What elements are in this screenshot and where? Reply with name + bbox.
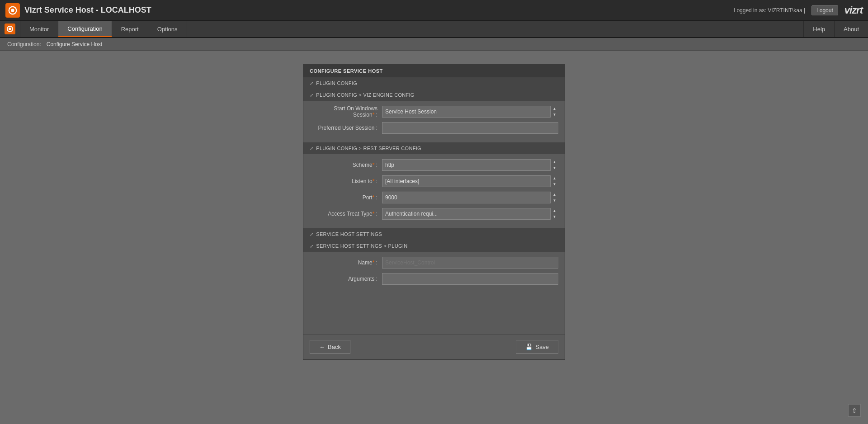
- scheme-up[interactable]: ▲: [551, 159, 558, 165]
- rest-server-form-body: Scheme* : http https ▲ ▼ Listen t: [303, 154, 565, 228]
- listen-to-row: Listen to* : [All interfaces] localhost …: [310, 175, 558, 188]
- access-down[interactable]: ▼: [551, 214, 558, 220]
- top-bar-right: Logged in as: VIZRTINT\kaa | Logout vizr…: [734, 5, 863, 16]
- scheme-select-wrapper: http https ▲ ▼: [382, 159, 558, 171]
- section-viz-engine-config[interactable]: ⤢ PLUGIN CONFIG > VIZ ENGINE CONFIG: [303, 89, 565, 101]
- section-plugin-config[interactable]: ⤢ PLUGIN CONFIG: [303, 77, 565, 89]
- nav-right-items: Help About: [803, 21, 868, 37]
- start-windows-session-row: Start On Windows Session* : Service Host…: [310, 105, 558, 118]
- listen-to-select[interactable]: [All interfaces] localhost: [382, 175, 558, 187]
- breadcrumb: Configuration: Configure Service Host: [0, 38, 868, 51]
- port-row: Port* : ▲ ▼: [310, 191, 558, 204]
- start-session-spinners: ▲ ▼: [550, 106, 558, 118]
- button-bar: ← Back 💾 Save: [303, 334, 565, 359]
- port-spinners: ▲ ▼: [550, 192, 558, 203]
- preferred-user-session-row: Preferred User Session :: [310, 122, 558, 134]
- access-treat-type-label: Access Treat Type* :: [310, 211, 382, 217]
- section-service-host-settings[interactable]: ⤢ SERVICE HOST SETTINGS: [303, 228, 565, 240]
- nav-help[interactable]: Help: [803, 21, 834, 37]
- access-spinners: ▲ ▼: [550, 208, 558, 220]
- port-input[interactable]: [382, 192, 558, 203]
- scroll-top-button[interactable]: ⇧: [848, 404, 861, 417]
- start-session-up[interactable]: ▲: [551, 106, 558, 112]
- start-windows-session-select[interactable]: Service Host Session Console Session Act…: [382, 106, 558, 118]
- arguments-row: Arguments :: [310, 273, 558, 285]
- preferred-user-session-label: Preferred User Session :: [310, 125, 382, 131]
- main-content: CONFIGURE SERVICE HOST ⤢ PLUGIN CONFIG ⤢…: [0, 51, 868, 424]
- breadcrumb-current: Configure Service Host: [47, 41, 102, 47]
- panel-header: CONFIGURE SERVICE HOST: [303, 65, 565, 77]
- save-button[interactable]: 💾 Save: [516, 340, 558, 354]
- svg-point-3: [9, 28, 11, 30]
- back-arrow-icon: ←: [319, 344, 325, 350]
- listen-up[interactable]: ▲: [551, 175, 558, 181]
- save-icon: 💾: [525, 344, 533, 350]
- scheme-label: Scheme* :: [310, 162, 382, 168]
- svg-point-1: [11, 9, 14, 12]
- arguments-input[interactable]: [382, 273, 558, 285]
- start-windows-session-label: Start On Windows Session* :: [310, 105, 382, 118]
- configure-panel: CONFIGURE SERVICE HOST ⤢ PLUGIN CONFIG ⤢…: [303, 64, 565, 360]
- scheme-spinners: ▲ ▼: [550, 159, 558, 171]
- port-up[interactable]: ▲: [551, 192, 558, 198]
- app-title: Vizrt Service Host - LOCALHOST: [24, 5, 151, 15]
- form-panel: CONFIGURE SERVICE HOST ⤢ PLUGIN CONFIG ⤢…: [303, 64, 565, 410]
- spacer: [310, 289, 558, 330]
- name-label: Name* :: [310, 259, 382, 266]
- chevron-icon: ⤢: [310, 81, 313, 86]
- breadcrumb-config: Configuration:: [7, 41, 41, 47]
- chevron-icon-3: ⤢: [310, 146, 313, 151]
- access-select-wrapper: Authentication requi... None Required ▲ …: [382, 208, 558, 220]
- name-input[interactable]: [382, 257, 558, 269]
- listen-spinners: ▲ ▼: [550, 175, 558, 187]
- chevron-icon-4: ⤢: [310, 232, 313, 237]
- arguments-label: Arguments :: [310, 276, 382, 282]
- nav-about[interactable]: About: [834, 21, 868, 37]
- section-service-host-plugin[interactable]: ⤢ SERVICE HOST SETTINGS > PLUGIN: [303, 240, 565, 252]
- port-down[interactable]: ▼: [551, 198, 558, 203]
- listen-down[interactable]: ▼: [551, 181, 558, 187]
- nav-options[interactable]: Options: [148, 21, 187, 37]
- port-wrapper: ▲ ▼: [382, 192, 558, 203]
- start-windows-session-select-wrapper: Service Host Session Console Session Act…: [382, 106, 558, 118]
- section-rest-server-config[interactable]: ⤢ PLUGIN CONFIG > REST SERVER CONFIG: [303, 142, 565, 154]
- nav-configuration[interactable]: Configuration: [58, 21, 112, 37]
- viz-engine-form-body: Start On Windows Session* : Service Host…: [303, 101, 565, 142]
- scheme-select[interactable]: http https: [382, 159, 558, 171]
- listen-to-select-wrapper: [All interfaces] localhost ▲ ▼: [382, 175, 558, 187]
- port-label: Port* :: [310, 194, 382, 201]
- preferred-user-session-input[interactable]: [382, 122, 558, 134]
- nav-report[interactable]: Report: [112, 21, 148, 37]
- home-icon: [5, 24, 15, 34]
- nav-home[interactable]: [0, 21, 20, 37]
- scheme-down[interactable]: ▼: [551, 165, 558, 171]
- vizrt-logo: vizrt: [844, 5, 863, 16]
- chevron-icon-2: ⤢: [310, 93, 313, 98]
- chevron-icon-5: ⤢: [310, 244, 313, 249]
- nav-bar: Monitor Configuration Report Options Hel…: [0, 21, 868, 38]
- top-bar-left: Vizrt Service Host - LOCALHOST: [5, 3, 151, 18]
- start-session-down[interactable]: ▼: [551, 112, 558, 118]
- logged-in-text: Logged in as: VIZRTINT\kaa |: [734, 7, 805, 14]
- access-treat-type-select[interactable]: Authentication requi... None Required: [382, 208, 558, 220]
- access-treat-type-row: Access Treat Type* : Authentication requ…: [310, 207, 558, 220]
- scheme-row: Scheme* : http https ▲ ▼: [310, 159, 558, 171]
- listen-to-label: Listen to* :: [310, 178, 382, 184]
- back-button[interactable]: ← Back: [310, 340, 350, 354]
- nav-monitor[interactable]: Monitor: [20, 21, 58, 37]
- plugin-form-body: Name* : Arguments :: [303, 252, 565, 334]
- access-up[interactable]: ▲: [551, 208, 558, 214]
- app-icon: [5, 3, 20, 18]
- name-row: Name* :: [310, 256, 558, 269]
- top-bar: Vizrt Service Host - LOCALHOST Logged in…: [0, 0, 868, 21]
- logout-button[interactable]: Logout: [811, 5, 838, 15]
